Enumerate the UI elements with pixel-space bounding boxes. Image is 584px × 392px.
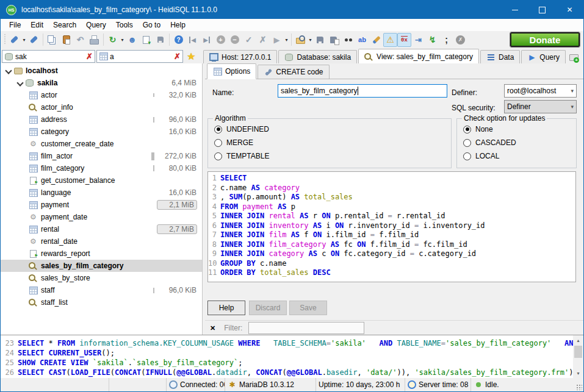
sql-security-select[interactable]: Definer: [504, 100, 577, 113]
tab-view-sales-by-film-category[interactable]: View: sales_by_film_category: [358, 49, 479, 65]
radio-button[interactable]: [463, 126, 471, 134]
expand-chevron-icon[interactable]: [5, 68, 10, 73]
paste-icon[interactable]: [59, 33, 73, 47]
definer-combobox[interactable]: root@localhost: [504, 84, 577, 98]
algorithm-option-undefined[interactable]: UNDEFINED: [208, 123, 451, 136]
text-case-icon[interactable]: [355, 33, 369, 47]
tree-item-staff-list[interactable]: staff_list: [1, 296, 202, 308]
view-sql-editor[interactable]: 1SELECT2c.name AS category3, SUM(p.amoun…: [207, 171, 576, 282]
subtab-create-code[interactable]: CREATE code: [258, 65, 329, 79]
hex-icon[interactable]: [397, 33, 411, 47]
favorites-star-icon[interactable]: [187, 51, 195, 62]
tree-item-customer-create-date[interactable]: customer_create_date: [1, 138, 202, 150]
radio-button[interactable]: [214, 152, 222, 160]
new-query-tab-button[interactable]: [567, 53, 582, 64]
resize-grip[interactable]: [576, 384, 582, 390]
run-icon[interactable]: [270, 33, 284, 47]
tree-item-rental[interactable]: rental2,7 MiB: [1, 223, 202, 235]
algorithm-option-merge[interactable]: MERGE: [208, 136, 451, 149]
menu-help[interactable]: Help: [165, 20, 190, 30]
help-button[interactable]: Help: [207, 301, 245, 315]
menu-tools[interactable]: Tools: [111, 20, 138, 30]
tab-query[interactable]: Query: [521, 50, 566, 64]
undo-icon[interactable]: [73, 33, 87, 47]
tree-item-language[interactable]: language16,0 KiB: [1, 187, 202, 199]
minimize-button[interactable]: [501, 1, 528, 19]
radio-button[interactable]: [463, 139, 471, 147]
donate-button[interactable]: Donate: [510, 32, 580, 47]
toolbar-grip[interactable]: [3, 34, 6, 45]
save-button[interactable]: Save: [289, 301, 327, 315]
discard-button[interactable]: Discard: [249, 301, 287, 315]
dropdown-arrow-icon[interactable]: [120, 37, 125, 43]
refresh-icon[interactable]: [106, 33, 120, 47]
dropdown-arrow-icon[interactable]: [21, 37, 27, 43]
print-icon[interactable]: [87, 33, 101, 47]
check-option-option-none[interactable]: None: [457, 123, 576, 136]
tree-item-actor[interactable]: actor32,0 KiB: [1, 89, 202, 101]
view-name-input[interactable]: sales_by_film_category: [278, 84, 447, 98]
menu-query[interactable]: Query: [81, 20, 111, 30]
tree-item-localhost[interactable]: localhost: [1, 65, 202, 77]
check-option-option-cascaded[interactable]: CASCADED: [457, 136, 576, 149]
database-filter-input[interactable]: sak: [2, 50, 95, 63]
tree-item-film-category[interactable]: film_category80,0 KiB: [1, 162, 202, 174]
tree-item-get-customer-balance[interactable]: get_customer_balance: [1, 174, 202, 187]
dropdown-arrow-icon[interactable]: [284, 37, 289, 43]
tree-item-rewards-report[interactable]: rewards_report: [1, 248, 202, 260]
tab-data[interactable]: Data: [480, 50, 520, 64]
filter-input[interactable]: [248, 322, 364, 334]
add-icon[interactable]: [214, 33, 228, 47]
tree-item-payment-date[interactable]: payment_date: [1, 211, 202, 223]
scrollbar-thumb[interactable]: [574, 346, 582, 358]
format-brush-icon[interactable]: [369, 33, 383, 47]
save-icon[interactable]: [313, 33, 327, 47]
tree-item-staff[interactable]: staff96,0 KiB: [1, 284, 202, 296]
cancel-icon[interactable]: [256, 33, 270, 47]
semicolon-icon[interactable]: [439, 33, 453, 47]
help-icon[interactable]: [171, 33, 186, 47]
menu-go-to[interactable]: Go to: [138, 20, 165, 30]
tree-item-sakila[interactable]: sakila6,4 MiB: [1, 77, 202, 89]
radio-button[interactable]: [463, 152, 471, 160]
close-filter-icon[interactable]: [210, 324, 215, 332]
user-manager-icon[interactable]: [125, 33, 139, 47]
remove-icon[interactable]: [228, 33, 242, 47]
algorithm-option-temptable[interactable]: TEMPTABLE: [208, 149, 451, 163]
sql-log-panel[interactable]: 23SELECT * FROM information_schema.KEY_C…: [1, 335, 584, 378]
save-as-icon[interactable]: [327, 33, 341, 47]
tab-host-127-0-0-1[interactable]: Host: 127.0.0.1: [203, 50, 277, 64]
tree-item-address[interactable]: address96,0 KiB: [1, 113, 202, 126]
apply-icon[interactable]: [242, 33, 256, 47]
tree-item-film-actor[interactable]: film_actor272,0 KiB: [1, 150, 202, 162]
check-option-option-local[interactable]: LOCAL: [457, 149, 576, 163]
tree-item-sales-by-film-category[interactable]: sales_by_film_category: [1, 260, 202, 272]
go-first-icon[interactable]: [186, 33, 200, 47]
log-scrollbar[interactable]: [573, 335, 583, 378]
close-button[interactable]: [556, 1, 583, 19]
export-icon[interactable]: [139, 33, 153, 47]
warnings-icon[interactable]: [383, 33, 397, 47]
subtab-options[interactable]: Options: [207, 63, 256, 79]
tree-item-payment[interactable]: payment2,1 MiB: [1, 199, 202, 211]
scroll-up-icon[interactable]: [573, 335, 583, 345]
radio-button[interactable]: [214, 126, 222, 134]
expand-chevron-icon[interactable]: [17, 80, 22, 85]
maximize-button[interactable]: [528, 1, 556, 19]
clear-filter-icon[interactable]: [174, 52, 181, 61]
menu-search[interactable]: Search: [48, 20, 81, 30]
tree-item-category[interactable]: category16,0 KiB: [1, 126, 202, 138]
radio-button[interactable]: [214, 139, 222, 147]
menu-file[interactable]: File: [4, 20, 26, 30]
table-filter-input[interactable]: a: [96, 50, 183, 63]
dropdown-arrow-icon[interactable]: [308, 37, 313, 43]
go-last-icon[interactable]: [200, 33, 214, 47]
tree-item-sales-by-store[interactable]: sales_by_store: [1, 272, 202, 284]
clear-filter-icon[interactable]: [86, 52, 93, 61]
session-manager-icon[interactable]: [7, 33, 21, 47]
tree-item-actor-info[interactable]: actor_info: [1, 101, 202, 113]
sync-save-icon[interactable]: [153, 33, 167, 47]
search-icon[interactable]: [341, 33, 355, 47]
reformat-icon[interactable]: [425, 33, 439, 47]
tree-item-rental-date[interactable]: rental_date: [1, 235, 202, 248]
